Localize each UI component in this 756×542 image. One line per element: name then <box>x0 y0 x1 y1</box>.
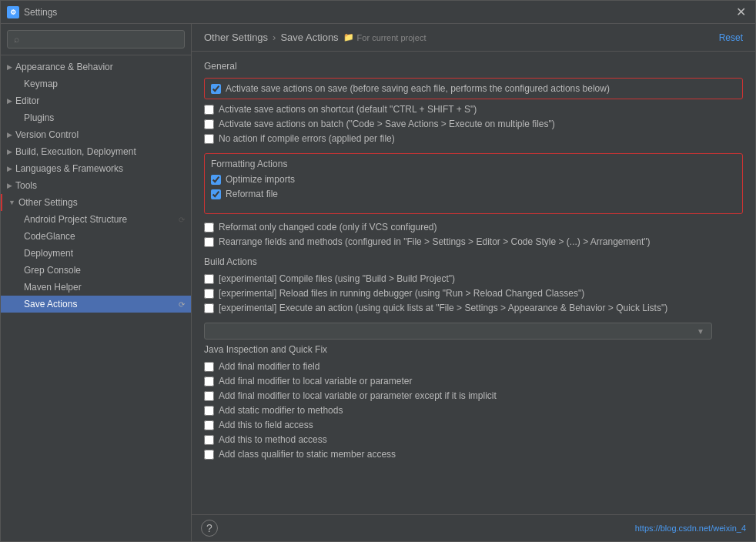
reload-files-label: [experimental] Reload files in running d… <box>219 288 584 299</box>
sidebar-item-android[interactable]: Android Project Structure ⟳ <box>1 211 191 228</box>
sidebar-item-other-settings[interactable]: ▼ Other Settings <box>1 194 191 211</box>
optimize-imports-row[interactable]: Optimize imports <box>211 174 736 185</box>
sidebar-item-label: Plugins <box>24 112 54 123</box>
reformat-changed-row[interactable]: Reformat only changed code (only if VCS … <box>204 222 743 233</box>
sidebar-item-keymap[interactable]: Keymap <box>1 75 191 92</box>
final-local-implicit-row[interactable]: Add final modifier to local variable or … <box>204 390 743 401</box>
sidebar-item-label: Other Settings <box>18 197 78 208</box>
app-icon: ⚙ <box>7 6 19 18</box>
sidebar-item-label: Grep Console <box>24 265 81 276</box>
no-action-compile-label: No action if compile errors (applied per… <box>219 133 395 144</box>
sidebar-item-languages[interactable]: ▶ Languages & Frameworks <box>1 160 191 177</box>
activate-on-save-checkbox[interactable] <box>211 84 221 94</box>
static-methods-row[interactable]: Add static modifier to methods <box>204 405 743 416</box>
sidebar-item-version-control[interactable]: ▶ Version Control <box>1 126 191 143</box>
reload-files-checkbox[interactable] <box>204 289 214 299</box>
rearrange-fields-label: Rearrange fields and methods (configured… <box>219 236 650 247</box>
no-action-compile-checkbox[interactable] <box>204 134 214 144</box>
arrow-icon: ▶ <box>7 97 12 105</box>
rearrange-fields-row[interactable]: Rearrange fields and methods (configured… <box>204 236 743 247</box>
sidebar-item-label: CodeGlance <box>24 231 75 242</box>
reformat-changed-checkbox[interactable] <box>204 222 214 233</box>
this-method-row[interactable]: Add this to method access <box>204 434 743 445</box>
final-local-implicit-checkbox[interactable] <box>204 391 214 401</box>
sidebar-item-deployment[interactable]: Deployment <box>1 245 191 262</box>
java-inspection-checkboxes: Add final modifier to field Add final mo… <box>204 361 743 460</box>
footer: ? https://blog.csdn.net/weixin_4 <box>192 514 755 541</box>
sync-icon2: ⟳ <box>179 300 185 309</box>
activate-on-shortcut-row[interactable]: Activate save actions on shortcut (defau… <box>204 104 743 115</box>
reformat-file-row[interactable]: Reformat file <box>211 189 736 199</box>
final-field-checkbox[interactable] <box>204 362 214 372</box>
activate-on-shortcut-label: Activate save actions on shortcut (defau… <box>219 104 477 115</box>
static-methods-label: Add static modifier to methods <box>219 405 343 416</box>
optimize-imports-label: Optimize imports <box>226 174 295 185</box>
execute-action-checkbox[interactable] <box>204 303 214 313</box>
sidebar-item-label: Save Actions <box>24 299 77 309</box>
breadcrumb-root: Other Settings <box>204 32 268 43</box>
activate-on-shortcut-checkbox[interactable] <box>204 105 214 115</box>
sidebar-item-label: Editor <box>15 95 39 106</box>
formatting-title: Formatting Actions <box>211 159 736 169</box>
class-qualifier-label: Add class qualifier to static member acc… <box>219 449 396 460</box>
arrow-icon: ▶ <box>7 148 12 156</box>
reformat-file-checkbox[interactable] <box>211 189 221 199</box>
activate-on-batch-label: Activate save actions on batch ("Code > … <box>219 119 555 129</box>
no-action-compile-row[interactable]: No action if compile errors (applied per… <box>204 133 743 144</box>
sidebar-item-grep-console[interactable]: Grep Console <box>1 262 191 279</box>
activate-on-batch-row[interactable]: Activate save actions on batch ("Code > … <box>204 119 743 129</box>
nav-tree: ▶ Appearance & Behavior Keymap ▶ Editor … <box>1 55 191 541</box>
action-dropdown[interactable] <box>204 323 712 340</box>
sidebar-item-appearance[interactable]: ▶ Appearance & Behavior <box>1 59 191 75</box>
activate-on-batch-checkbox[interactable] <box>204 119 214 129</box>
sidebar-item-label: Appearance & Behavior <box>15 62 113 72</box>
class-qualifier-row[interactable]: Add class qualifier to static member acc… <box>204 449 743 460</box>
arrow-icon: ▶ <box>7 63 12 71</box>
optimize-imports-checkbox[interactable] <box>211 175 221 185</box>
footer-link[interactable]: https://blog.csdn.net/weixin_4 <box>635 524 746 533</box>
content-area: ▶ Appearance & Behavior Keymap ▶ Editor … <box>1 24 755 541</box>
this-field-label: Add this to field access <box>219 420 313 430</box>
sidebar-item-label: Build, Execution, Deployment <box>15 146 136 157</box>
execute-action-row[interactable]: [experimental] Execute an action (using … <box>204 303 743 313</box>
this-method-checkbox[interactable] <box>204 435 214 445</box>
class-qualifier-checkbox[interactable] <box>204 450 214 460</box>
sidebar-item-editor[interactable]: ▶ Editor <box>1 92 191 109</box>
final-local-label: Add final modifier to local variable or … <box>219 376 412 386</box>
close-button[interactable]: ✕ <box>733 5 749 19</box>
breadcrumb: Other Settings › Save Actions 📁 For curr… <box>204 32 426 43</box>
activate-on-save-label: Activate save actions on save (before sa… <box>226 83 610 94</box>
final-local-checkbox[interactable] <box>204 376 214 386</box>
general-checkboxes: Activate save actions on shortcut (defau… <box>204 104 743 144</box>
sidebar-item-label: Keymap <box>24 79 58 89</box>
help-button[interactable]: ? <box>201 520 218 537</box>
reload-files-row[interactable]: [experimental] Reload files in running d… <box>204 288 743 299</box>
sidebar-item-build[interactable]: ▶ Build, Execution, Deployment <box>1 143 191 160</box>
sidebar-item-codeglance[interactable]: CodeGlance <box>1 228 191 245</box>
sidebar-item-plugins[interactable]: Plugins <box>1 109 191 126</box>
final-local-row[interactable]: Add final modifier to local variable or … <box>204 376 743 386</box>
sidebar-item-tools[interactable]: ▶ Tools <box>1 177 191 194</box>
compile-files-row[interactable]: [experimental] Compile files (using "Bui… <box>204 273 743 284</box>
final-field-row[interactable]: Add final modifier to field <box>204 361 743 372</box>
breadcrumb-bar: Other Settings › Save Actions 📁 For curr… <box>192 24 755 52</box>
project-icon: 📁 <box>343 32 354 42</box>
this-method-label: Add this to method access <box>219 434 327 445</box>
arrow-icon: ▼ <box>8 199 15 206</box>
for-project-button[interactable]: 📁 For current project <box>343 32 427 42</box>
breadcrumb-current: Save Actions <box>280 32 338 43</box>
reset-button[interactable]: Reset <box>719 32 743 43</box>
sidebar-item-label: Android Project Structure <box>24 214 127 225</box>
final-field-label: Add final modifier to field <box>219 361 319 372</box>
sidebar-item-save-actions[interactable]: Save Actions ⟳ <box>1 296 191 313</box>
sidebar-item-maven-helper[interactable]: Maven Helper <box>1 279 191 296</box>
static-methods-checkbox[interactable] <box>204 406 214 416</box>
this-field-row[interactable]: Add this to field access <box>204 420 743 430</box>
compile-files-checkbox[interactable] <box>204 274 214 284</box>
rearrange-fields-checkbox[interactable] <box>204 237 214 247</box>
search-input[interactable] <box>7 30 185 49</box>
sidebar-item-label: Deployment <box>24 248 73 259</box>
this-field-checkbox[interactable] <box>204 420 214 430</box>
sidebar: ▶ Appearance & Behavior Keymap ▶ Editor … <box>1 24 192 541</box>
activate-on-save-row[interactable]: Activate save actions on save (before sa… <box>211 83 736 94</box>
